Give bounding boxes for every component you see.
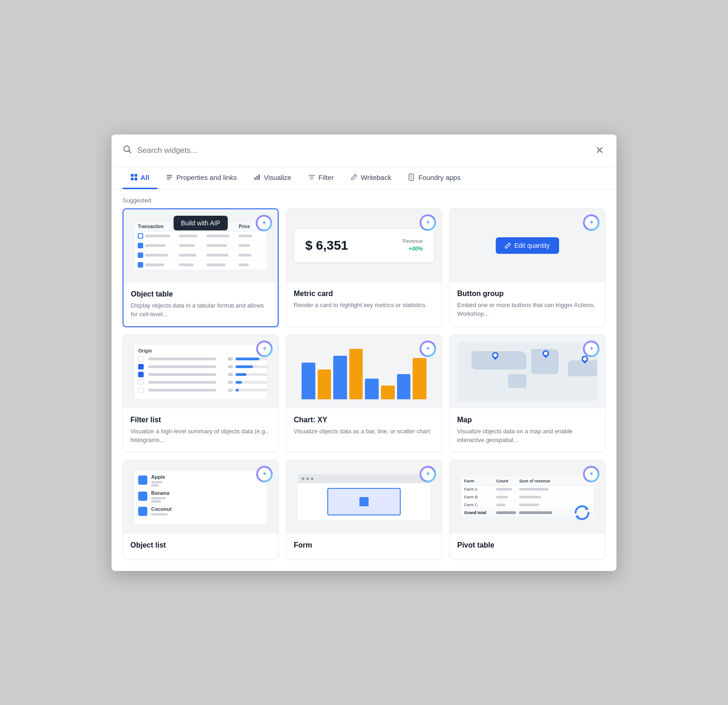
edit-icon bbox=[350, 173, 358, 181]
card-title-chart: Chart: XY bbox=[294, 416, 434, 424]
filter-icon bbox=[308, 173, 315, 181]
widget-card-chart-xy[interactable]: ✦ Chart: XY Visualize objects data as a … bbox=[286, 335, 442, 453]
card-preview-map: ✦ bbox=[450, 335, 605, 408]
search-icon bbox=[123, 145, 132, 156]
card-desc-filter: Visualize a high-level summary of object… bbox=[130, 427, 271, 445]
tab-visualize[interactable]: Visualize bbox=[245, 167, 300, 189]
card-info-object-table: Object table Display objects data in a t… bbox=[123, 283, 278, 326]
widget-grid: Build with AIP ✦ Transaction Fruit Amoun… bbox=[112, 208, 616, 571]
aip-symbol-button: ✦ bbox=[589, 219, 594, 226]
list-preview: Apple Banana bbox=[134, 470, 266, 524]
aip-badge-map[interactable]: ✦ bbox=[583, 341, 599, 357]
widget-card-metric-card[interactable]: ✦ $ 6,351 Revenue +40% M bbox=[286, 208, 442, 327]
svg-rect-2 bbox=[167, 175, 172, 176]
card-info-metric-card: Metric card Render a card to highlight k… bbox=[286, 282, 442, 317]
card-preview-object-table: Build with AIP ✦ Transaction Fruit Amoun… bbox=[123, 209, 278, 283]
card-desc: Display objects data in a tabular format… bbox=[131, 301, 270, 319]
card-info-object-list: Object list bbox=[123, 534, 278, 560]
aip-badge[interactable]: ✦ bbox=[256, 215, 272, 231]
svg-rect-12 bbox=[139, 234, 142, 238]
aip-symbol-map: ✦ bbox=[589, 345, 594, 352]
card-info-button-group: Button group Embed one or more buttons t… bbox=[450, 282, 605, 326]
aip-badge-list[interactable]: ✦ bbox=[256, 466, 273, 482]
tab-properties[interactable]: Properties and links bbox=[157, 167, 245, 189]
widget-card-form[interactable]: ✦ Form bbox=[286, 460, 442, 560]
aip-badge-filter[interactable]: ✦ bbox=[256, 341, 273, 357]
card-info-filter-list: Filter list Visualize a high-level summa… bbox=[123, 408, 278, 452]
card-desc-metric: Render a card to highlight key metrics o… bbox=[294, 301, 434, 310]
metric-preview: $ 6,351 Revenue +40% bbox=[294, 229, 434, 262]
widget-card-object-table[interactable]: Build with AIP ✦ Transaction Fruit Amoun… bbox=[123, 208, 279, 327]
metric-label: Revenue bbox=[403, 238, 423, 244]
card-preview-button-group: ✦ Edit quantity bbox=[450, 209, 605, 282]
card-title: Object table bbox=[131, 290, 270, 298]
widget-card-filter-list[interactable]: ✦ Origin 80 60 bbox=[123, 335, 279, 453]
tab-all[interactable]: All bbox=[123, 167, 157, 189]
metric-change: +40% bbox=[403, 246, 423, 252]
edit-quantity-button: Edit quantity bbox=[496, 237, 559, 254]
grid-icon bbox=[131, 174, 137, 180]
aip-symbol-list: ✦ bbox=[262, 470, 267, 477]
aip-badge-form[interactable]: ✦ bbox=[420, 466, 436, 482]
aip-badge-chart[interactable]: ✦ bbox=[420, 341, 436, 357]
map-preview bbox=[458, 342, 597, 402]
card-desc-map: Visualize objects data on a map and enab… bbox=[457, 427, 598, 445]
tab-filter[interactable]: Filter bbox=[300, 167, 342, 189]
close-button[interactable]: ✕ bbox=[594, 143, 605, 158]
search-input[interactable] bbox=[137, 146, 588, 155]
svg-rect-3 bbox=[167, 177, 172, 178]
form-preview bbox=[298, 474, 430, 520]
card-info-pivot-table: Pivot table bbox=[450, 534, 605, 560]
chart-preview bbox=[298, 344, 430, 399]
card-desc-chart: Visualize objects data as a bar, line, o… bbox=[294, 427, 434, 436]
aip-symbol-pivot: ✦ bbox=[589, 470, 594, 477]
card-info-chart-xy: Chart: XY Visualize objects data as a ba… bbox=[286, 408, 442, 443]
card-preview-metric-card: ✦ $ 6,351 Revenue +40% bbox=[286, 209, 442, 282]
card-preview-form: ✦ bbox=[286, 460, 442, 534]
aip-symbol-filter: ✦ bbox=[262, 345, 267, 352]
card-preview-chart-xy: ✦ bbox=[286, 335, 442, 408]
card-preview-filter-list: ✦ Origin 80 60 bbox=[123, 335, 278, 408]
svg-rect-5 bbox=[254, 177, 256, 180]
card-title-form: Form bbox=[294, 541, 434, 549]
doc-icon bbox=[408, 173, 415, 181]
bar-chart-icon bbox=[253, 173, 261, 181]
card-title-button: Button group bbox=[457, 290, 598, 298]
aip-symbol-chart: ✦ bbox=[426, 345, 431, 352]
card-preview-object-list: ✦ Apple Banana bbox=[123, 460, 278, 534]
button-group-preview: Edit quantity bbox=[496, 237, 559, 254]
tab-bar: All Properties and links Visualize bbox=[112, 167, 616, 190]
refresh-arrow-icon bbox=[572, 503, 592, 525]
list-icon bbox=[166, 173, 173, 181]
table-preview: Transaction Fruit Amount Price bbox=[135, 222, 266, 270]
svg-rect-6 bbox=[256, 176, 258, 180]
card-title-pivot: Pivot table bbox=[457, 541, 598, 549]
search-bar: ✕ bbox=[112, 134, 616, 167]
card-title-list: Object list bbox=[130, 541, 271, 549]
widget-card-object-list[interactable]: ✦ Apple Banana bbox=[123, 460, 279, 560]
widget-search-modal: ✕ All Properties and l bbox=[112, 134, 616, 571]
widget-card-button-group[interactable]: ✦ Edit quantity Button group Embed one o… bbox=[449, 208, 605, 327]
aip-badge-button[interactable]: ✦ bbox=[583, 214, 599, 231]
svg-line-1 bbox=[129, 151, 131, 153]
widget-card-map[interactable]: ✦ Map Visua bbox=[449, 335, 605, 453]
card-info-form: Form bbox=[286, 534, 442, 560]
aip-badge-metric[interactable]: ✦ bbox=[420, 214, 436, 231]
metric-value: $ 6,351 bbox=[305, 238, 348, 253]
card-preview-pivot-table: ✦ Farm Count Sum of revenue Farm A bbox=[450, 460, 605, 534]
svg-rect-4 bbox=[167, 179, 170, 179]
aip-badge-pivot[interactable]: ✦ bbox=[583, 466, 599, 482]
card-title-map: Map bbox=[457, 416, 598, 424]
card-info-map: Map Visualize objects data on a map and … bbox=[450, 408, 605, 452]
tab-writeback[interactable]: Writeback bbox=[342, 167, 399, 189]
tab-foundry[interactable]: Foundry apps bbox=[399, 167, 469, 189]
aip-symbol-metric: ✦ bbox=[426, 219, 431, 226]
card-desc-button: Embed one or more buttons that can trigg… bbox=[457, 301, 598, 319]
aip-symbol-form: ✦ bbox=[426, 470, 431, 477]
svg-rect-7 bbox=[258, 174, 260, 180]
section-label: Suggested bbox=[112, 190, 616, 208]
filter-preview: Origin 80 60 bbox=[134, 345, 266, 399]
card-title-filter: Filter list bbox=[130, 416, 271, 424]
card-title-metric: Metric card bbox=[294, 290, 434, 298]
widget-card-pivot-table[interactable]: ✦ Farm Count Sum of revenue Farm A bbox=[449, 460, 605, 560]
